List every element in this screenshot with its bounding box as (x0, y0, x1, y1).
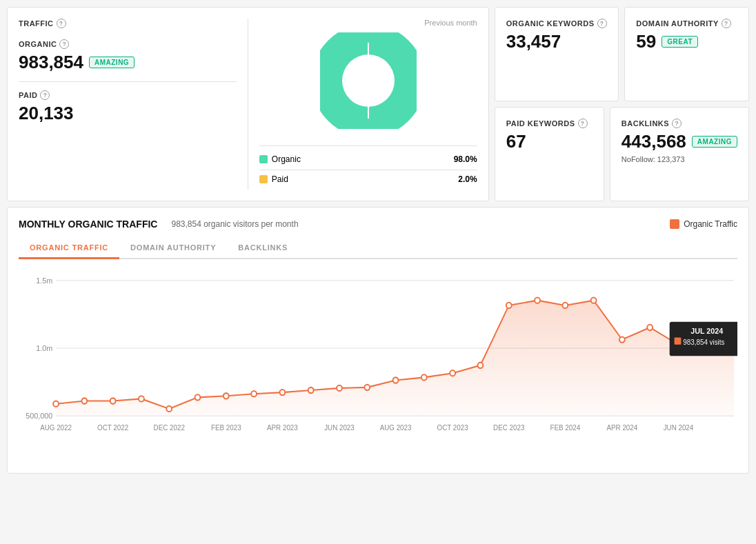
svg-text:APR 2023: APR 2023 (267, 424, 298, 432)
chart-area-fill (56, 301, 734, 416)
chart-legend-label: Organic Traffic (684, 219, 737, 229)
data-point (450, 370, 455, 376)
data-point (251, 391, 257, 396)
bl-help-icon[interactable]: ? (672, 119, 682, 128)
organic-keywords-value: 33,457 (506, 31, 608, 52)
backlinks-card: BACKLINKS ? 443,568 AMAZING NoFollow: 12… (610, 107, 749, 201)
paid-label: PAID ? (19, 90, 237, 100)
nofollow-text: NoFollow: 123,373 (621, 155, 737, 163)
svg-text:APR 2024: APR 2024 (607, 424, 638, 432)
organic-label: ORGANIC ? (19, 39, 237, 49)
domain-authority-card: DOMAIN AUTHORITY ? 59 GREAT (624, 7, 749, 101)
paid-help-icon[interactable]: ? (40, 90, 50, 100)
svg-text:500,000: 500,000 (26, 412, 52, 420)
chart-header: MONTHLY ORGANIC TRAFFIC 983,854 organic … (19, 219, 737, 230)
svg-text:AUG 2022: AUG 2022 (40, 424, 72, 432)
domain-authority-label: DOMAIN AUTHORITY ? (636, 19, 737, 28)
domain-authority-value: 59 GREAT (636, 31, 737, 52)
data-point (591, 298, 597, 303)
chart-legend-box (670, 219, 679, 229)
backlinks-label: BACKLINKS ? (621, 119, 737, 128)
tab-domain-authority[interactable]: DOMAIN AUTHORITY (119, 238, 227, 259)
data-point (53, 401, 59, 407)
data-point (223, 393, 229, 399)
da-badge: GREAT (662, 36, 698, 48)
pk-help-icon[interactable]: ? (578, 119, 588, 128)
right-row-bottom: PAID KEYWORDS ? 67 BACKLINKS ? 443,568 A… (495, 107, 749, 201)
paid-keywords-card: PAID KEYWORDS ? 67 (495, 107, 604, 201)
data-point (139, 396, 144, 401)
data-point (195, 394, 201, 400)
da-help-icon[interactable]: ? (722, 19, 731, 28)
svg-text:JUL 2024: JUL 2024 (690, 327, 724, 335)
data-point (478, 363, 484, 368)
right-cards: ORGANIC KEYWORDS ? 33,457 DOMAIN AUTHORI… (495, 7, 749, 201)
svg-text:1.0m: 1.0m (36, 344, 52, 352)
svg-text:983,854 visits: 983,854 visits (683, 339, 724, 346)
data-point (337, 385, 342, 391)
chart-legend-right: Organic Traffic (670, 219, 737, 229)
traffic-help-icon[interactable]: ? (57, 19, 66, 28)
legend-paid: Paid 2.0% (259, 174, 477, 184)
paid-value: 20,133 (19, 103, 237, 124)
data-point (535, 298, 540, 303)
svg-text:JUN 2024: JUN 2024 (664, 424, 694, 432)
data-point (562, 303, 568, 308)
pie-legend: Organic 98.0% Paid 2.0% (259, 137, 477, 190)
svg-text:1.5m: 1.5m (36, 276, 52, 285)
traffic-left: TRAFFIC ? ORGANIC ? 983,854 AMAZING PAID… (19, 19, 248, 190)
tab-organic-traffic[interactable]: ORGANIC TRAFFIC (19, 238, 119, 259)
chart-subtitle: 983,854 organic visitors per month (171, 219, 298, 229)
data-point (279, 390, 285, 395)
svg-text:DEC 2023: DEC 2023 (493, 424, 525, 432)
organic-help-icon[interactable]: ? (59, 39, 69, 49)
prev-month-label: Previous month (259, 19, 477, 27)
paid-keywords-label: PAID KEYWORDS ? (506, 119, 593, 128)
data-point (506, 303, 512, 308)
paid-dot (259, 175, 268, 183)
organic-badge: AMAZING (89, 57, 135, 68)
svg-point-2 (342, 54, 395, 107)
organic-keywords-card: ORGANIC KEYWORDS ? 33,457 (495, 7, 619, 101)
organic-value: 983,854 AMAZING (19, 52, 237, 73)
svg-text:OCT 2023: OCT 2023 (437, 424, 468, 432)
svg-text:OCT 2022: OCT 2022 (97, 424, 128, 432)
organic-keywords-label: ORGANIC KEYWORDS ? (506, 19, 608, 28)
data-point (166, 406, 172, 412)
data-point (364, 385, 370, 390)
svg-text:FEB 2024: FEB 2024 (550, 424, 580, 432)
data-point (421, 374, 427, 380)
legend-organic: Organic 98.0% (259, 154, 477, 164)
data-point (81, 398, 87, 403)
backlinks-value: 443,568 AMAZING (621, 131, 737, 152)
line-chart-svg: 1.5m 1.0m 500,000 (19, 266, 737, 473)
tabs: ORGANIC TRAFFIC DOMAIN AUTHORITY BACKLIN… (19, 238, 737, 259)
data-point (308, 387, 314, 393)
chart-area: 1.5m 1.0m 500,000 (19, 266, 737, 473)
right-row-top: ORGANIC KEYWORDS ? 33,457 DOMAIN AUTHORI… (495, 7, 749, 101)
organic-kw-help-icon[interactable]: ? (597, 19, 607, 28)
svg-rect-24 (675, 337, 682, 344)
traffic-label: TRAFFIC ? (19, 19, 237, 28)
data-point (393, 377, 399, 383)
svg-text:DEC 2022: DEC 2022 (154, 424, 186, 432)
chart-title: MONTHLY ORGANIC TRAFFIC (19, 219, 157, 230)
data-point (647, 325, 653, 330)
data-point (110, 398, 116, 403)
traffic-right: Previous month Organic (248, 19, 477, 190)
traffic-card: TRAFFIC ? ORGANIC ? 983,854 AMAZING PAID… (7, 7, 489, 201)
svg-text:JUN 2023: JUN 2023 (324, 424, 355, 432)
tab-backlinks[interactable]: BACKLINKS (227, 238, 299, 259)
paid-keywords-value: 67 (506, 131, 593, 152)
data-point (619, 336, 625, 342)
pie-chart (320, 32, 417, 129)
svg-text:AUG 2023: AUG 2023 (380, 424, 412, 432)
organic-dot (259, 155, 268, 163)
bl-badge: AMAZING (692, 136, 737, 148)
chart-section: MONTHLY ORGANIC TRAFFIC 983,854 organic … (7, 207, 749, 474)
svg-text:FEB 2023: FEB 2023 (211, 424, 241, 432)
